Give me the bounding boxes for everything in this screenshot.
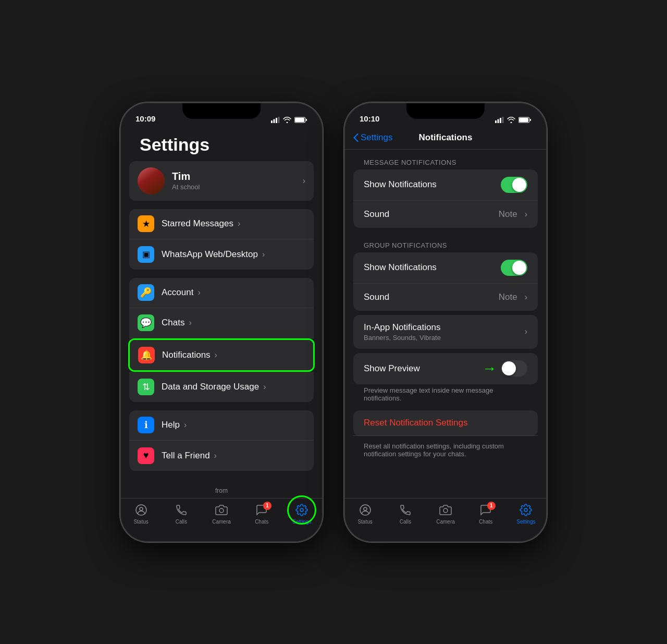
tab-settings[interactable]: Settings bbox=[282, 503, 322, 525]
starred-row[interactable]: ★ Starred Messages › bbox=[129, 209, 314, 239]
svg-rect-3 bbox=[278, 117, 280, 123]
reset-section: Reset Notification Settings bbox=[353, 410, 538, 436]
nav-title: Notifications bbox=[419, 132, 473, 143]
r-settings-tab-icon bbox=[518, 503, 533, 517]
profile-chevron: › bbox=[303, 176, 305, 186]
inapp-subtitle: Banners, Sounds, Vibrate bbox=[364, 334, 521, 342]
svg-point-9 bbox=[219, 508, 224, 513]
tab-calls[interactable]: Calls bbox=[161, 503, 201, 525]
profile-text: Tim At school bbox=[172, 171, 299, 191]
tab-chats[interactable]: 1 Chats bbox=[242, 503, 282, 525]
storage-row[interactable]: ⇅ Data and Storage Usage › bbox=[129, 372, 314, 402]
grp-show-toggle[interactable] bbox=[501, 260, 527, 276]
r-tab-settings[interactable]: Settings bbox=[506, 503, 546, 525]
left-status-bar: 10:09 bbox=[121, 103, 322, 126]
help-label: Help bbox=[162, 420, 180, 430]
nav-header: Settings Notifications bbox=[345, 126, 546, 150]
reset-label: Reset Notification Settings bbox=[364, 418, 467, 428]
status-icon bbox=[134, 503, 149, 517]
svg-rect-6 bbox=[306, 119, 307, 121]
show-preview-label: Show Preview bbox=[364, 363, 482, 374]
help-row[interactable]: ℹ Help › bbox=[129, 410, 314, 441]
svg-rect-0 bbox=[271, 120, 273, 123]
from-label: from bbox=[121, 487, 322, 494]
grp-sound-row[interactable]: Sound Note › bbox=[353, 284, 538, 311]
inapp-section: In-App Notifications Banners, Sounds, Vi… bbox=[353, 315, 538, 349]
r-tab-status[interactable]: Status bbox=[345, 503, 385, 525]
help-section: ℹ Help › ♥ Tell a Friend › bbox=[129, 410, 314, 471]
green-arrow-icon: → bbox=[482, 360, 497, 377]
starred-web-section: ★ Starred Messages › ▣ WhatsApp Web/Desk… bbox=[129, 209, 314, 270]
r-calls-icon bbox=[398, 503, 413, 517]
right-status-icons bbox=[495, 117, 532, 123]
tab-camera[interactable]: Camera bbox=[201, 503, 241, 525]
msg-sound-chevron: › bbox=[525, 210, 527, 219]
left-status-icons bbox=[271, 117, 307, 123]
account-chevron: › bbox=[197, 288, 200, 297]
group-section-header: GROUP NOTIFICATIONS bbox=[353, 232, 538, 252]
inapp-block: In-App Notifications Banners, Sounds, Vi… bbox=[353, 315, 538, 349]
left-phone: 10:09 bbox=[120, 102, 323, 542]
starred-label: Starred Messages bbox=[162, 218, 233, 229]
notifications-chevron: › bbox=[215, 350, 217, 360]
tell-friend-chevron: › bbox=[214, 451, 217, 460]
right-phone: 10:10 bbox=[344, 102, 547, 542]
right-status-time: 10:10 bbox=[360, 114, 379, 123]
reset-row[interactable]: Reset Notification Settings bbox=[353, 410, 538, 436]
svg-point-20 bbox=[443, 508, 448, 513]
back-chevron-icon bbox=[353, 133, 359, 142]
grp-sound-value: Note bbox=[499, 292, 517, 302]
r-tab-status-label: Status bbox=[357, 519, 372, 525]
whatsapp-web-chevron: › bbox=[262, 250, 265, 259]
show-preview-toggle[interactable] bbox=[501, 360, 527, 376]
signal-icon bbox=[271, 117, 280, 123]
svg-rect-17 bbox=[530, 119, 531, 121]
tab-status-label: Status bbox=[133, 519, 148, 525]
chats-label: Chats bbox=[162, 318, 184, 328]
r-tab-settings-label: Settings bbox=[516, 519, 535, 525]
whatsapp-web-icon: ▣ bbox=[138, 246, 154, 263]
svg-point-21 bbox=[524, 508, 527, 512]
settings-highlight-circle bbox=[287, 495, 316, 525]
chats-icon: 💬 bbox=[138, 314, 154, 331]
account-row[interactable]: 🔑 Account › bbox=[129, 278, 314, 308]
camera-icon bbox=[214, 503, 229, 517]
r-tab-calls[interactable]: Calls bbox=[385, 503, 425, 525]
help-chevron: › bbox=[184, 420, 187, 430]
chats-badge: 1 bbox=[263, 502, 271, 510]
notifications-row[interactable]: 🔔 Notifications › bbox=[130, 340, 313, 370]
inapp-row[interactable]: In-App Notifications Banners, Sounds, Vi… bbox=[353, 315, 538, 349]
nav-back-button[interactable]: Settings bbox=[353, 132, 392, 143]
profile-row[interactable]: Tim At school › bbox=[129, 161, 314, 201]
account-label: Account bbox=[162, 287, 193, 298]
r-status-icon bbox=[358, 503, 373, 517]
profile-section: Tim At school › bbox=[129, 161, 314, 201]
chats-row[interactable]: 💬 Chats › bbox=[129, 308, 314, 338]
grp-show-row[interactable]: Show Notifications bbox=[353, 252, 538, 284]
msg-show-row[interactable]: Show Notifications bbox=[353, 169, 538, 201]
msg-show-toggle[interactable] bbox=[501, 177, 527, 193]
r-wifi-icon bbox=[507, 117, 515, 123]
message-notif-block: Show Notifications Sound Note › bbox=[353, 169, 538, 228]
notifications-highlight: 🔔 Notifications › bbox=[128, 338, 315, 372]
left-screen-content: Settings Tim At school › bbox=[121, 126, 322, 541]
whatsapp-web-row[interactable]: ▣ WhatsApp Web/Desktop › bbox=[129, 239, 314, 270]
r-tab-chats[interactable]: 1 Chats bbox=[466, 503, 506, 525]
tell-friend-label: Tell a Friend bbox=[162, 451, 210, 461]
svg-rect-1 bbox=[274, 119, 275, 123]
msg-show-knob bbox=[512, 178, 526, 192]
msg-sound-row[interactable]: Sound Note › bbox=[353, 201, 538, 228]
tell-friend-row[interactable]: ♥ Tell a Friend › bbox=[129, 441, 314, 471]
svg-point-19 bbox=[364, 507, 367, 511]
r-tab-camera[interactable]: Camera bbox=[425, 503, 465, 525]
right-tab-bar: Status Calls Camera bbox=[345, 498, 546, 541]
r-camera-icon bbox=[438, 503, 453, 517]
group-notif-block: Show Notifications Sound Note › bbox=[353, 252, 538, 311]
show-preview-row[interactable]: Show Preview → bbox=[353, 353, 538, 384]
calls-icon bbox=[174, 503, 189, 517]
msg-show-label: Show Notifications bbox=[364, 179, 501, 190]
nav-back-label: Settings bbox=[361, 132, 392, 143]
profile-status: At school bbox=[172, 183, 299, 191]
grp-show-label: Show Notifications bbox=[364, 262, 501, 273]
tab-status[interactable]: Status bbox=[121, 503, 161, 525]
